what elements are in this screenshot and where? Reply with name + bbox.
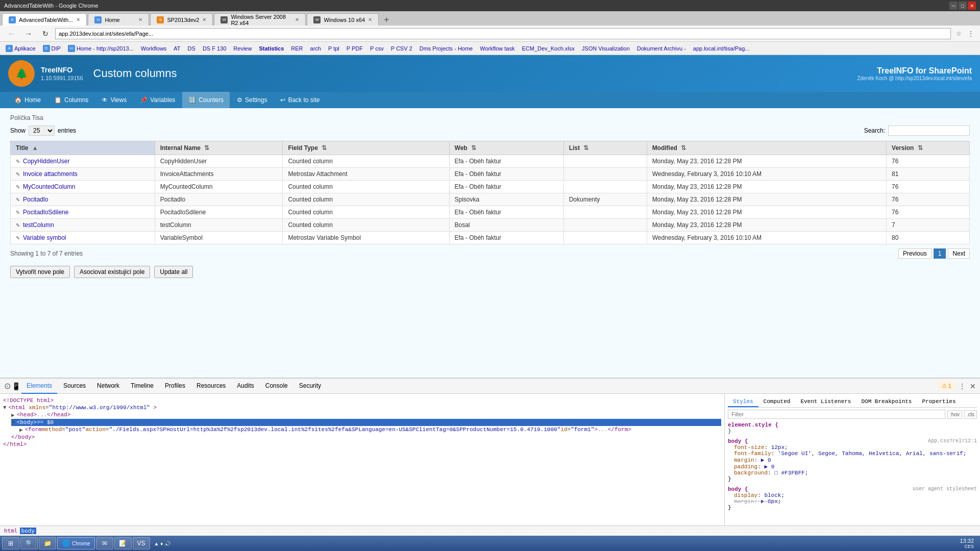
col-modified[interactable]: Modified ⇅	[647, 141, 886, 155]
browser-tab-4[interactable]: W Windows Server 2008 R2 x64 ✕	[214, 13, 306, 26]
cell-title[interactable]: ✎Variable symbol	[11, 232, 155, 244]
tab-settings[interactable]: ⚙Settings	[231, 92, 273, 108]
close-button[interactable]: ✕	[968, 2, 976, 10]
row-title-link[interactable]: CopyHiddenUser	[23, 158, 69, 165]
cell-title[interactable]: ✎Invoice attachments	[11, 168, 155, 181]
tab-close-1[interactable]: ✕	[76, 17, 80, 22]
bookmark-workflows[interactable]: Workflows	[138, 44, 169, 53]
taskbar-browser[interactable]: 🌐 Chrome	[57, 537, 95, 549]
page-1-button[interactable]: 1	[934, 248, 946, 259]
styles-tab-dom-breakpoints[interactable]: DOM Breakpoints	[856, 397, 917, 407]
row-edit-icon[interactable]: ✎	[16, 235, 20, 241]
address-bar[interactable]	[55, 28, 951, 39]
associate-field-button[interactable]: Asociovat existujicí pole	[74, 266, 150, 278]
update-all-button[interactable]: Update all	[154, 266, 193, 278]
browser-tab-5[interactable]: W Windows 10 x64 ✕	[307, 13, 379, 26]
browser-tab-1[interactable]: A AdvancedTableWith... ✕	[2, 13, 87, 26]
bookmark-at[interactable]: AT	[171, 44, 183, 53]
minimize-button[interactable]: ─	[949, 2, 958, 10]
bookmark-json[interactable]: JSON Visualization	[579, 44, 632, 53]
bookmark-statistics[interactable]: Statistics	[256, 44, 286, 53]
bookmark-dms[interactable]: Dms Projects - Home	[417, 44, 476, 53]
browser-tab-3[interactable]: S SP2013dev2 ✕	[150, 13, 213, 26]
styles-filter-input[interactable]	[728, 410, 945, 419]
tab-close-5[interactable]: ✕	[368, 17, 372, 22]
body-expand[interactable]: ▼	[11, 419, 15, 425]
row-title-link[interactable]: testColumn	[23, 221, 54, 229]
devtools-tab-timeline[interactable]: Timeline	[126, 379, 159, 394]
taskbar-email[interactable]: ✉	[96, 537, 113, 549]
devtools-tab-resources[interactable]: Resources	[191, 379, 231, 394]
head-expand[interactable]: ▶	[11, 412, 15, 418]
cell-title[interactable]: ✎Pocitadlo	[11, 193, 155, 206]
col-version[interactable]: Version ⇅	[887, 141, 970, 155]
bookmark-ptpl[interactable]: P tpl	[326, 44, 342, 53]
row-edit-icon[interactable]: ✎	[16, 210, 20, 215]
row-title-link[interactable]: Invoice attachments	[23, 170, 78, 178]
start-button[interactable]: ⊞	[2, 537, 19, 549]
devtools-tab-profiles[interactable]: Profiles	[160, 379, 190, 394]
bookmark-dsf130[interactable]: DS F 130	[200, 44, 229, 53]
bookmark-review[interactable]: Review	[231, 44, 254, 53]
taskbar-notepad[interactable]: 📝	[114, 537, 132, 549]
breadcrumb-body[interactable]: body	[20, 528, 37, 534]
code-line-body[interactable]: ▼ <body> == $0	[11, 419, 721, 426]
col-field-type[interactable]: Field Type ⇅	[283, 141, 449, 155]
tab-counters[interactable]: 🔢Counters	[182, 92, 230, 108]
bookmark-icon[interactable]: ☆	[954, 29, 964, 38]
col-internal-name[interactable]: Internal Name ⇅	[155, 141, 283, 155]
row-title-link[interactable]: PocitadloSdilene	[23, 209, 68, 216]
tab-close-2[interactable]: ✕	[138, 17, 142, 22]
bookmark-archiv[interactable]: Dokument Archivu -	[634, 44, 689, 53]
tab-home[interactable]: 🏠Home	[8, 92, 47, 108]
row-edit-icon[interactable]: ✎	[16, 171, 20, 177]
menu-icon[interactable]: ⋮	[966, 29, 976, 38]
form-expand[interactable]: ▶	[19, 427, 23, 433]
bookmark-pcsv2[interactable]: P CSV 2	[388, 44, 415, 53]
bookmark-ds[interactable]: DS	[185, 44, 198, 53]
row-edit-icon[interactable]: ✎	[16, 222, 20, 228]
bookmark-arch[interactable]: arch	[308, 44, 324, 53]
html-expand[interactable]: ▼	[3, 405, 7, 411]
col-title[interactable]: Title ▲	[11, 141, 155, 155]
next-page-button[interactable]: Next	[948, 248, 970, 259]
devtools-more-icon[interactable]: ⋮	[959, 382, 966, 390]
entries-select[interactable]: 25 10 50 100	[29, 126, 55, 136]
breadcrumb-html[interactable]: html	[4, 528, 18, 534]
reload-button[interactable]: ↻	[39, 28, 52, 39]
back-button[interactable]: ←	[4, 28, 18, 39]
devtools-tab-sources[interactable]: Sources	[58, 379, 91, 394]
bookmark-tisa[interactable]: app.local.int/tisa/Pag...	[691, 44, 752, 53]
cell-title[interactable]: ✎CopyHiddenUser	[11, 155, 155, 168]
row-title-link[interactable]: Pocitadlo	[23, 196, 48, 203]
browser-tab-2[interactable]: H Home ✕	[88, 13, 149, 26]
styles-tab-event-listeners[interactable]: Event Listeners	[795, 397, 856, 407]
bookmark-rer[interactable]: RER	[288, 44, 305, 53]
filter-hov-button[interactable]: :hov	[947, 410, 962, 419]
bookmark-pcsv[interactable]: P csv	[368, 44, 386, 53]
taskbar-explorer[interactable]: 📁	[39, 537, 56, 549]
taskbar-search[interactable]: 🔍	[20, 537, 38, 549]
row-title-link[interactable]: MyCountedColumn	[23, 183, 76, 190]
tab-close-3[interactable]: ✕	[202, 17, 206, 22]
forward-button[interactable]: →	[21, 28, 36, 39]
prev-page-button[interactable]: Previous	[898, 248, 932, 259]
search-input[interactable]	[888, 126, 970, 136]
tab-columns[interactable]: 📋Columns	[48, 92, 94, 108]
devtools-device-icon[interactable]: 📱	[12, 382, 20, 390]
cell-title[interactable]: ✎PocitadloSdilene	[11, 206, 155, 219]
create-field-button[interactable]: Vytvořit nove pole	[10, 266, 70, 278]
row-edit-icon[interactable]: ✎	[16, 184, 20, 190]
bookmark-ecm[interactable]: ECM_Dev_Koch.xlsx	[520, 44, 577, 53]
bookmark-home-sp[interactable]: HHome - http://sp2013...	[65, 44, 136, 53]
tab-back-to-site[interactable]: ↩Back to site	[274, 92, 326, 108]
devtools-tab-elements[interactable]: Elements	[21, 379, 57, 394]
styles-tab-styles[interactable]: Styles	[728, 397, 758, 407]
tab-views[interactable]: 👁Views	[95, 92, 133, 108]
bookmark-ppdf[interactable]: P PDF	[344, 44, 365, 53]
tab-variables[interactable]: 📌Variables	[134, 92, 181, 108]
new-tab-button[interactable]: +	[380, 15, 394, 26]
filter-cls-button[interactable]: .cls	[964, 410, 977, 419]
devtools-tab-audits[interactable]: Audits	[232, 379, 259, 394]
col-web[interactable]: Web ⇅	[449, 141, 564, 155]
